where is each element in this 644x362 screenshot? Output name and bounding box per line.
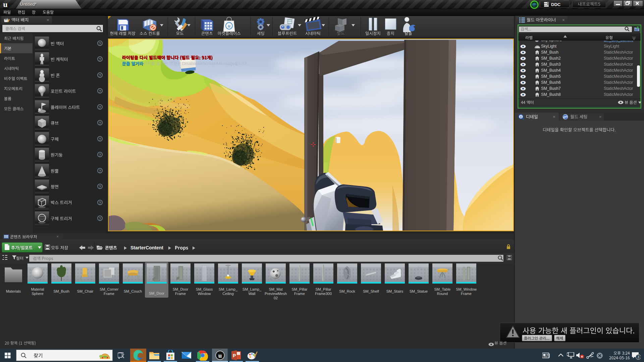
svg-text:u: u [228,23,230,28]
svg-text:i: i [520,115,521,119]
svg-text:3: 3 [637,355,639,359]
svg-text:P: P [233,353,236,358]
svg-text:u: u [218,352,222,359]
